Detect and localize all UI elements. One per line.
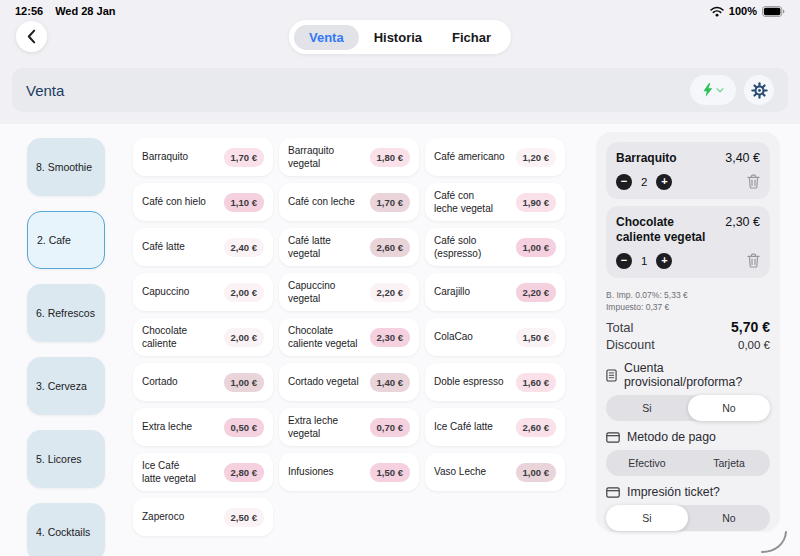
product-card-carajillo[interactable]: Carajillo 2,20 € [425, 273, 565, 311]
cart-option: Cuenta provisional/proforma? SiNo [606, 361, 770, 421]
product-card-cortado[interactable]: Cortado 1,00 € [133, 363, 273, 401]
sidebar-item-5-licores[interactable]: 5. Licores [27, 430, 105, 488]
product-price-badge: 1,00 € [224, 373, 264, 392]
toggle-option-no[interactable]: No [688, 395, 770, 421]
decrease-quantity-button[interactable]: − [616, 174, 632, 190]
discount-label: Discount [606, 338, 655, 352]
product-name: Extra leche [142, 420, 192, 434]
total-label: Total [606, 320, 633, 335]
product-name: Doble espresso [434, 375, 503, 389]
increase-quantity-button[interactable]: + [656, 253, 672, 269]
product-card-barraquito[interactable]: Barraquito 1,70 € [133, 138, 273, 176]
product-card-caf-latte[interactable]: Café latte 2,40 € [133, 228, 273, 266]
sidebar-item-8-smoothie[interactable]: 8. Smoothie [27, 138, 105, 196]
trash-icon[interactable] [747, 174, 760, 189]
tab-venta[interactable]: Venta [294, 25, 359, 50]
corner-scribble [761, 531, 789, 555]
category-label: 8. Smoothie [36, 161, 92, 173]
product-column: Barraquito vegetal 1,80 € Café con leche… [279, 138, 419, 536]
cart-item: Chocolate caliente vegetal 2,30 € − 1 + [606, 206, 770, 278]
product-price-badge: 1,00 € [516, 463, 556, 482]
product-card-barraquito-vegetal[interactable]: Barraquito vegetal 1,80 € [279, 138, 419, 176]
product-name: Café solo (espresso) [434, 234, 481, 261]
back-button[interactable] [16, 21, 47, 52]
product-card-extra-leche-vegetal[interactable]: Extra leche vegetal 0,70 € [279, 408, 419, 446]
segmented-toggle: SiNo [606, 505, 770, 531]
segmented-toggle: EfectivoTarjeta [606, 450, 770, 476]
total-value: 5,70 € [731, 319, 770, 335]
product-card-caf-americano[interactable]: Café americano 1,20 € [425, 138, 565, 176]
product-card-colacao[interactable]: ColaCao 1,50 € [425, 318, 565, 356]
cart-option-header: Impresión ticket? [606, 485, 770, 499]
tab-historia[interactable]: Historia [359, 25, 437, 50]
product-name: Zaperoco [142, 510, 184, 524]
toggle-option-no[interactable]: No [688, 505, 770, 531]
receipt-icon [606, 369, 617, 382]
product-price-badge: 1,00 € [516, 238, 556, 257]
card-icon [606, 432, 620, 443]
sidebar-item-4-cocktails[interactable]: 4. Cocktails [27, 503, 105, 556]
product-card-caf-latte-vegetal[interactable]: Café latte vegetal 2,60 € [279, 228, 419, 266]
category-label: 6. Refrescos [36, 307, 95, 319]
cart-item-quantity: 1 [641, 255, 647, 267]
product-price-badge: 2,00 € [224, 283, 264, 302]
product-price-badge: 1,90 € [516, 193, 556, 212]
product-card-ice-caf-latte[interactable]: Ice Café latte 2,60 € [425, 408, 565, 446]
product-name: Chocolate caliente [142, 324, 187, 351]
tab-fichar[interactable]: Fichar [437, 25, 506, 50]
settings-button[interactable] [744, 75, 774, 105]
product-card-ice-caf-latte-vegetal[interactable]: Ice Café latte vegetal 2,80 € [133, 453, 273, 491]
cart-item: Barraquito 3,40 € − 2 + [606, 142, 770, 199]
product-card-extra-leche[interactable]: Extra leche 0,50 € [133, 408, 273, 446]
connection-flash-button[interactable] [690, 75, 736, 105]
product-card-caf-con-leche[interactable]: Café con leche 1,70 € [279, 183, 419, 221]
sidebar-item-2-cafe[interactable]: 2. Cafe [27, 211, 105, 269]
product-price-badge: 0,70 € [370, 418, 410, 437]
product-card-vaso-leche[interactable]: Vaso Leche 1,00 € [425, 453, 565, 491]
product-card-caf-con-hielo[interactable]: Café con hielo 1,10 € [133, 183, 273, 221]
product-price-badge: 2,00 € [224, 328, 264, 347]
cart-item-controls: − 1 + [616, 253, 760, 269]
product-card-capuccino[interactable]: Capuccino 2,00 € [133, 273, 273, 311]
decrease-quantity-button[interactable]: − [616, 253, 632, 269]
cart-option-header: Metodo de pago [606, 430, 770, 444]
header-actions [690, 75, 774, 105]
product-card-zaperoco[interactable]: Zaperoco 2,50 € [133, 498, 273, 536]
battery-icon [762, 6, 785, 17]
toggle-option-efectivo[interactable]: Efectivo [606, 450, 688, 476]
product-card-chocolate-caliente-vegetal[interactable]: Chocolate caliente vegetal 2,30 € [279, 318, 419, 356]
toggle-option-tarjeta[interactable]: Tarjeta [688, 450, 770, 476]
product-name: Infusiones [288, 465, 334, 479]
sidebar-item-6-refrescos[interactable]: 6. Refrescos [27, 284, 105, 342]
lightning-bolt-icon [703, 83, 713, 97]
product-price-badge: 1,70 € [370, 193, 410, 212]
product-price-badge: 1,10 € [224, 193, 264, 212]
category-label: 5. Licores [36, 453, 82, 465]
product-card-infusiones[interactable]: Infusiones 1,50 € [279, 453, 419, 491]
product-card-caf-con-leche-vegetal[interactable]: Café con leche vegetal 1,90 € [425, 183, 565, 221]
cart-item-price: 3,40 € [725, 151, 760, 167]
product-name: Barraquito vegetal [288, 144, 366, 171]
product-name: Carajillo [434, 285, 470, 299]
product-name: Chocolate caliente vegetal [288, 324, 358, 351]
product-card-chocolate-caliente[interactable]: Chocolate caliente 2,00 € [133, 318, 273, 356]
sidebar-item-3-cerveza[interactable]: 3. Cerveza [27, 357, 105, 415]
pos-app-screen: 12:56 Wed 28 Jan 100% [0, 0, 800, 556]
product-price-badge: 1,40 € [370, 373, 410, 392]
product-card-caf-solo-espresso[interactable]: Café solo (espresso) 1,00 € [425, 228, 565, 266]
product-card-cortado-vegetal[interactable]: Cortado vegetal 1,40 € [279, 363, 419, 401]
wifi-icon [710, 6, 724, 17]
toggle-option-si[interactable]: Si [606, 395, 688, 421]
product-grid: Barraquito 1,70 € Café con hielo 1,10 € … [133, 138, 565, 536]
tax-base-line: B. Imp. 0.07%: 5,33 € [606, 289, 770, 301]
trash-icon[interactable] [747, 253, 760, 268]
product-card-doble-espresso[interactable]: Doble espresso 1,60 € [425, 363, 565, 401]
toggle-option-si[interactable]: Si [606, 505, 688, 531]
segmented-toggle: SiNo [606, 395, 770, 421]
increase-quantity-button[interactable]: + [656, 174, 672, 190]
chevron-left-icon [27, 29, 36, 44]
clock: 12:56 [15, 5, 43, 17]
cart-option: Metodo de pago EfectivoTarjeta [606, 430, 770, 476]
product-column: Café americano 1,20 € Café con leche veg… [425, 138, 565, 536]
product-card-capuccino-vegetal[interactable]: Capuccino vegetal 2,20 € [279, 273, 419, 311]
